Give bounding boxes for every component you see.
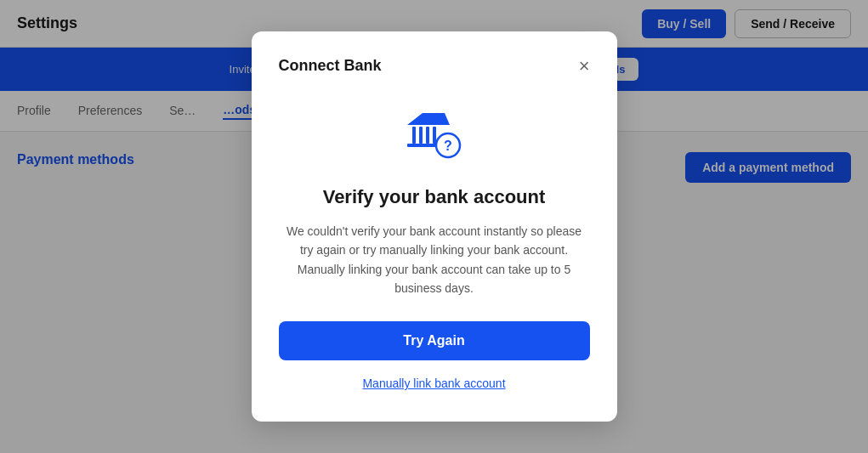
modal-body: Verify your bank account We couldn't ver…	[279, 186, 590, 392]
bank-icon-container: ?	[279, 99, 590, 167]
modal-overlay: Connect Bank × ? Verify your bank a	[0, 0, 868, 453]
connect-bank-modal: Connect Bank × ? Verify your bank a	[252, 31, 617, 422]
try-again-button[interactable]: Try Again	[279, 321, 590, 360]
svg-rect-3	[433, 127, 436, 144]
modal-description: We couldn't verify your bank account ins…	[279, 222, 590, 298]
svg-rect-1	[419, 127, 423, 144]
close-modal-button[interactable]: ×	[579, 57, 590, 76]
svg-marker-4	[407, 113, 450, 125]
svg-rect-0	[412, 127, 416, 144]
manually-link-bank-link[interactable]: Manually link bank account	[362, 377, 505, 390]
modal-heading: Verify your bank account	[279, 186, 590, 208]
svg-text:?: ?	[444, 139, 452, 153]
modal-title: Connect Bank	[279, 57, 382, 75]
bank-question-icon: ?	[400, 99, 468, 167]
modal-header: Connect Bank ×	[279, 57, 590, 76]
svg-rect-2	[426, 127, 429, 144]
